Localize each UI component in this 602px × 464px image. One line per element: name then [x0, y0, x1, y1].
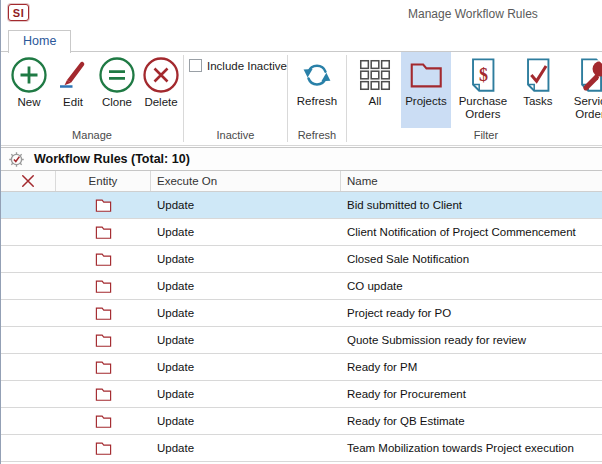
- app-logo-icon[interactable]: SI: [8, 4, 29, 21]
- table-row[interactable]: Update Project ready for PO: [1, 300, 602, 327]
- refresh-icon: [299, 58, 335, 94]
- column-header-entity[interactable]: Entity: [56, 171, 151, 191]
- filter-projects-label: Projects: [405, 95, 447, 108]
- folder-icon: [94, 197, 113, 213]
- row-execute-on-cell: Update: [151, 354, 341, 380]
- ribbon-group-refresh: Refresh Refresh: [288, 52, 346, 145]
- red-x-icon: [20, 174, 36, 188]
- ribbon-group-inactive: Include Inactive Inactive: [184, 52, 287, 145]
- table-row[interactable]: Update Ready for QB Estimate: [1, 408, 602, 435]
- table-row[interactable]: Update Client Notification of Project Co…: [1, 219, 602, 246]
- grid-title-bar: Workflow Rules (Total: 10): [1, 147, 602, 171]
- grid-icon: [356, 56, 394, 94]
- document-wrench-icon: [574, 56, 602, 94]
- include-inactive-label: Include Inactive: [207, 60, 287, 72]
- titlebar: SI Manage Workflow Rules: [1, 0, 602, 28]
- clone-button[interactable]: Clone: [95, 52, 139, 108]
- folder-icon: [94, 251, 113, 267]
- equals-circle-icon: [97, 55, 137, 95]
- include-inactive-checkbox[interactable]: Include Inactive: [189, 59, 287, 72]
- clone-button-label: Clone: [102, 96, 132, 108]
- refresh-button[interactable]: Refresh: [288, 52, 346, 107]
- folder-icon: [407, 56, 445, 94]
- row-name-cell: Quote Submission ready for review: [341, 327, 602, 353]
- ribbon-group-filter: All Projects $ Purchase Orders: [347, 52, 602, 145]
- row-entity-cell: [56, 246, 151, 272]
- row-name-cell: Client Notification of Project Commencem…: [341, 219, 602, 245]
- row-entity-cell: [56, 435, 151, 461]
- filter-all-button[interactable]: All: [353, 52, 397, 128]
- row-delete-cell[interactable]: [1, 192, 56, 218]
- row-delete-cell[interactable]: [1, 327, 56, 353]
- table-row[interactable]: Update Ready for PM: [1, 354, 602, 381]
- filter-all-label: All: [369, 95, 382, 108]
- table-row[interactable]: Update Ready for Procurement: [1, 381, 602, 408]
- row-execute-on-cell: Update: [151, 408, 341, 434]
- filter-tasks-button[interactable]: Tasks: [515, 52, 561, 128]
- delete-button[interactable]: Delete: [139, 52, 183, 108]
- tab-home[interactable]: Home: [8, 30, 71, 53]
- row-delete-cell[interactable]: [1, 273, 56, 299]
- workflow-gear-icon: [8, 151, 25, 168]
- refresh-button-label: Refresh: [297, 95, 337, 107]
- inactive-group-label: Inactive: [184, 128, 287, 145]
- row-delete-cell[interactable]: [1, 435, 56, 461]
- table-body: Update Bid submitted to Client Update Cl…: [1, 192, 602, 464]
- manage-workflow-rules-window: SI Manage Workflow Rules Home New: [0, 0, 602, 464]
- table-row[interactable]: Update Closed Sale Notification: [1, 246, 602, 273]
- table-row[interactable]: Update CO update: [1, 273, 602, 300]
- row-execute-on-cell: Update: [151, 246, 341, 272]
- column-header-name[interactable]: Name: [341, 171, 602, 191]
- row-execute-on-cell: Update: [151, 327, 341, 353]
- row-entity-cell: [56, 381, 151, 407]
- filter-service-orders-button[interactable]: Service Orders: [565, 52, 602, 128]
- window-title: Manage Workflow Rules: [408, 7, 538, 21]
- edit-button[interactable]: Edit: [51, 52, 95, 108]
- row-delete-cell[interactable]: [1, 300, 56, 326]
- folder-icon: [94, 224, 113, 240]
- ribbon: New Edit Clone: [1, 52, 602, 146]
- filter-purchase-orders-button[interactable]: $ Purchase Orders: [455, 52, 511, 128]
- column-header-execute-on[interactable]: Execute On: [151, 171, 341, 191]
- svg-text:$: $: [479, 65, 488, 85]
- row-name-cell: Bid submitted to Client: [341, 192, 602, 218]
- folder-icon: [94, 278, 113, 294]
- row-execute-on-cell: Update: [151, 219, 341, 245]
- row-execute-on-cell: Update: [151, 435, 341, 461]
- new-button[interactable]: New: [7, 52, 51, 108]
- folder-icon: [94, 305, 113, 321]
- document-check-icon: [519, 56, 557, 94]
- row-delete-cell[interactable]: [1, 381, 56, 407]
- row-delete-cell[interactable]: [1, 219, 56, 245]
- new-button-label: New: [17, 96, 40, 108]
- pen-icon: [53, 55, 93, 95]
- folder-icon: [94, 332, 113, 348]
- ribbon-group-manage: New Edit Clone: [1, 52, 183, 145]
- row-entity-cell: [56, 408, 151, 434]
- table-row[interactable]: Update Team Mobilization towards Project…: [1, 435, 602, 462]
- row-execute-on-cell: Update: [151, 192, 341, 218]
- row-delete-cell[interactable]: [1, 408, 56, 434]
- refresh-group-label: Refresh: [288, 128, 346, 145]
- row-name-cell: Team Mobilization towards Project execut…: [341, 435, 602, 461]
- row-delete-cell[interactable]: [1, 246, 56, 272]
- filter-tasks-label: Tasks: [523, 95, 552, 108]
- filter-projects-button[interactable]: Projects: [401, 52, 451, 128]
- folder-icon: [94, 440, 113, 456]
- column-header-delete[interactable]: [1, 171, 56, 191]
- row-name-cell: Closed Sale Notification: [341, 246, 602, 272]
- table-header: Entity Execute On Name: [1, 171, 602, 192]
- delete-button-label: Delete: [144, 96, 177, 108]
- row-entity-cell: [56, 354, 151, 380]
- filter-group-label: Filter: [347, 128, 602, 145]
- checkbox-icon[interactable]: [189, 59, 202, 72]
- row-name-cell: Ready for PM: [341, 354, 602, 380]
- folder-icon: [94, 386, 113, 402]
- row-entity-cell: [56, 219, 151, 245]
- row-delete-cell[interactable]: [1, 354, 56, 380]
- filter-purchase-orders-label: Purchase Orders: [455, 95, 511, 121]
- row-execute-on-cell: Update: [151, 273, 341, 299]
- manage-group-label: Manage: [1, 128, 183, 145]
- table-row[interactable]: Update Bid submitted to Client: [1, 192, 602, 219]
- table-row[interactable]: Update Quote Submission ready for review: [1, 327, 602, 354]
